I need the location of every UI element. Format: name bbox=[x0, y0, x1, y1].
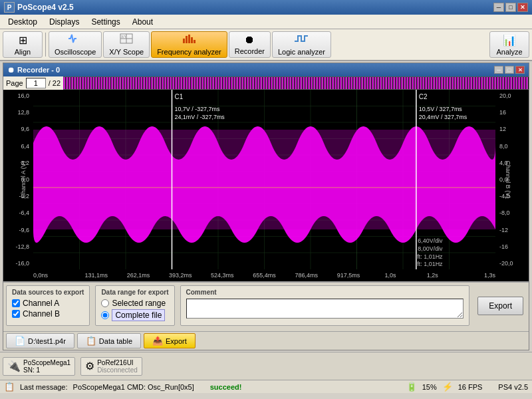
page-label: Page bbox=[6, 79, 23, 87]
device1-name: PoScopeMega1 bbox=[23, 359, 70, 366]
channel-b-checkbox[interactable] bbox=[12, 310, 20, 318]
selected-range-row: Selected range bbox=[101, 299, 168, 308]
recorder-title: Recorder - 0 bbox=[17, 66, 60, 74]
recorder-title-bar: ⏺ Recorder - 0 ─ □ ✕ bbox=[3, 63, 529, 76]
menu-settings[interactable]: Settings bbox=[86, 16, 125, 28]
y-axis-right: Channel B (V) 20,0 16 12 8,0 4,0 0,0 -4,… bbox=[495, 90, 529, 269]
oscilloscope-button[interactable]: Oscilloscope bbox=[49, 31, 102, 58]
channel-a-row: Channel A bbox=[12, 299, 84, 308]
comment-group: Comment bbox=[180, 285, 470, 326]
data-range-title: Data range for export bbox=[101, 289, 168, 296]
close-button[interactable]: ✕ bbox=[517, 3, 528, 12]
y-tick-right-5: 0,0 bbox=[497, 176, 527, 183]
page-input[interactable] bbox=[26, 78, 46, 88]
align-icon: ⊞ bbox=[19, 34, 27, 47]
x-tick-8: 1,0s bbox=[370, 272, 412, 279]
y-tick-right-8: -12 bbox=[497, 227, 527, 233]
chart-main[interactable]: C1 C2 10,7V / -327,7ms 24,1mV / -327,7ms… bbox=[33, 90, 495, 269]
complete-file-label: Complete file bbox=[112, 309, 165, 321]
y-tick-right-0: 20,0 bbox=[497, 92, 527, 99]
fps-icon: ⚡ bbox=[442, 382, 453, 392]
y-tick-left-5: 0,0 bbox=[5, 176, 32, 183]
oscilloscope-icon bbox=[68, 33, 82, 47]
svg-text:10,5V / 327,7ms: 10,5V / 327,7ms bbox=[419, 106, 462, 112]
x-tick-2: 262,1ms bbox=[117, 272, 159, 279]
recorder-close[interactable]: ✕ bbox=[515, 66, 525, 74]
device2-status: Disconnected bbox=[97, 366, 138, 374]
maximize-button[interactable]: □ bbox=[505, 3, 516, 12]
battery-pct: 15% bbox=[422, 383, 437, 391]
y-tick-right-3: 8,0 bbox=[497, 143, 527, 150]
complete-file-radio[interactable] bbox=[101, 311, 109, 319]
frequency-analyzer-button[interactable]: Frequency analyzer bbox=[151, 31, 227, 58]
chart-container: Channel A (V) 16,0 12,8 9,6 6,4 3,2 0,0 … bbox=[3, 90, 529, 269]
overview-waveform bbox=[63, 77, 529, 89]
svg-rect-8 bbox=[194, 40, 196, 43]
svg-text:C2: C2 bbox=[419, 93, 428, 100]
y-tick-right-4: 4,0 bbox=[497, 160, 527, 166]
svg-text:10,7V / -327,7ms: 10,7V / -327,7ms bbox=[174, 106, 219, 112]
y-right-label: Channel B (V) bbox=[505, 161, 512, 199]
y-tick-left-0: 16,0 bbox=[5, 92, 32, 99]
export-button[interactable]: Export bbox=[477, 297, 523, 315]
y-tick-right-9: -16 bbox=[497, 243, 527, 250]
channel-a-label: Channel A bbox=[23, 299, 59, 308]
menu-displays[interactable]: Displays bbox=[44, 16, 84, 28]
status-message: PoScopeMega1 CMD: Osc_Run[0x5] bbox=[73, 383, 194, 391]
recorder-button[interactable]: ⏺ Recorder bbox=[229, 31, 271, 58]
x-tick-7: 917,5ms bbox=[327, 272, 369, 279]
x-tick-0: 0,0ns bbox=[33, 272, 75, 279]
data-sources-title: Data sources to export bbox=[12, 289, 84, 296]
svg-text:ft: 1,01Hz: ft: 1,01Hz bbox=[417, 261, 443, 267]
svg-text:24,1mV / -327,7ms: 24,1mV / -327,7ms bbox=[174, 114, 225, 120]
status-result: succeed! bbox=[210, 383, 242, 391]
y-axis-left: Channel A (V) 16,0 12,8 9,6 6,4 3,2 0,0 … bbox=[3, 90, 33, 269]
device2-icon: ⚙ bbox=[85, 360, 94, 372]
y-tick-left-1: 12,8 bbox=[5, 109, 32, 116]
recorder-window: ⏺ Recorder - 0 ─ □ ✕ Page / 22 Channel A… bbox=[3, 63, 529, 350]
menu-about[interactable]: About bbox=[127, 16, 158, 28]
comment-input[interactable] bbox=[186, 299, 464, 319]
page-total: / 22 bbox=[49, 79, 61, 87]
channel-a-checkbox[interactable] bbox=[12, 299, 20, 307]
xy-scope-icon: X/Y bbox=[120, 33, 133, 47]
y-tick-right-6: -4,0 bbox=[497, 193, 527, 200]
align-button[interactable]: ⊞ Align bbox=[3, 31, 43, 58]
selected-range-radio[interactable] bbox=[101, 299, 109, 307]
file-tab-p4r[interactable]: 📄 D:\test1.p4r bbox=[6, 333, 74, 348]
device1-details: PoScopeMega1 SN: 1 bbox=[23, 359, 70, 374]
xy-scope-button[interactable]: X/Y X/Y Scope bbox=[103, 31, 150, 58]
file-tab-p4r-label: D:\test1.p4r bbox=[28, 337, 66, 345]
y-tick-left-3: 6,4 bbox=[5, 143, 32, 150]
recorder-restore[interactable]: □ bbox=[505, 66, 514, 74]
x-tick-9: 1,2s bbox=[412, 272, 454, 279]
frequency-analyzer-icon bbox=[182, 33, 196, 47]
y-tick-left-2: 9,6 bbox=[5, 126, 32, 132]
recorder-icon: ⏺ bbox=[244, 34, 255, 46]
minimize-button[interactable]: ─ bbox=[493, 3, 504, 12]
svg-text:6,40V/div: 6,40V/div bbox=[418, 237, 443, 244]
bottom-panel: Data sources to export Channel A Channel… bbox=[3, 281, 529, 331]
file-tab-data-table[interactable]: 📋 Data table bbox=[77, 333, 141, 348]
x-tick-6: 786,4ms bbox=[285, 272, 327, 279]
y-tick-left-9: -12,8 bbox=[5, 243, 32, 250]
data-range-group: Data range for export Selected range Com… bbox=[95, 285, 174, 326]
chart-area: Channel A (V) 16,0 12,8 9,6 6,4 3,2 0,0 … bbox=[3, 90, 529, 281]
menu-desktop[interactable]: Desktop bbox=[3, 16, 43, 28]
x-tick-3: 393,2ms bbox=[160, 272, 201, 279]
logic-analyzer-button[interactable]: Logic analyzer bbox=[272, 31, 331, 58]
svg-text:X/Y: X/Y bbox=[121, 35, 127, 39]
analyze-button[interactable]: 📊 Analyze bbox=[489, 31, 529, 58]
channel-b-row: Channel B bbox=[12, 309, 84, 319]
recorder-minimize[interactable]: ─ bbox=[494, 66, 503, 74]
file-tabs: 📄 D:\test1.p4r 📋 Data table 📤 Export bbox=[3, 331, 529, 350]
y-tick-right-1: 16 bbox=[497, 109, 527, 116]
selected-range-label: Selected range bbox=[112, 299, 166, 308]
message-icon: 📋 bbox=[4, 382, 15, 392]
x-tick-4: 524,3ms bbox=[201, 272, 243, 279]
analyze-icon: 📊 bbox=[503, 34, 516, 47]
logic-analyzer-icon bbox=[295, 33, 308, 47]
page-control: Page / 22 bbox=[3, 76, 63, 90]
data-sources-group: Data sources to export Channel A Channel… bbox=[6, 285, 90, 326]
file-tab-export[interactable]: 📤 Export bbox=[144, 333, 196, 348]
